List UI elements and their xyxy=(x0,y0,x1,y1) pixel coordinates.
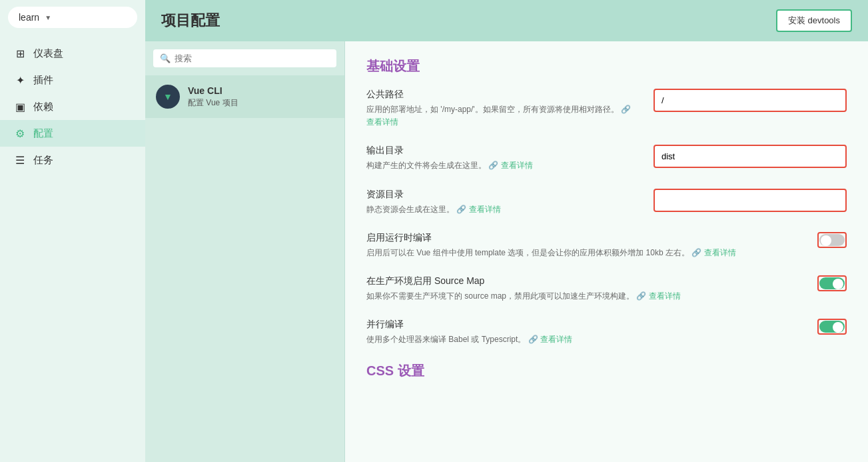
setting-desc: 使用多个处理器来编译 Babel 或 Typescript。 🔗 查看详情 xyxy=(366,333,804,346)
setting-row-runtime-compiler: 启用运行时编译 启用后可以在 Vue 组件中使用 template 选项，但是会… xyxy=(366,232,847,259)
page-header: 项目配置 安装 devtools xyxy=(145,0,868,41)
detail-link[interactable]: 查看详情 xyxy=(501,161,533,170)
external-link-icon: 🔗 xyxy=(528,335,540,344)
setting-row-public-path: 公共路径 应用的部署地址，如 '/my-app/'。如果留空，所有资源将使用相对… xyxy=(366,89,847,129)
install-devtools-button[interactable]: 安装 devtools xyxy=(776,9,852,32)
chevron-icon: ▼ xyxy=(45,14,51,21)
setting-control xyxy=(653,145,847,168)
search-input[interactable] xyxy=(175,53,330,63)
avatar: ▼ xyxy=(156,85,180,109)
external-link-icon: 🔗 xyxy=(691,248,703,257)
detail-link[interactable]: 查看详情 xyxy=(540,335,572,344)
setting-info: 启用运行时编译 启用后可以在 Vue 组件中使用 template 选项，但是会… xyxy=(366,232,804,259)
detail-link[interactable]: 查看详情 xyxy=(704,248,736,257)
project-selector[interactable]: learn ▼ xyxy=(8,7,137,28)
public-path-input[interactable] xyxy=(653,89,847,112)
avatar-icon: ▼ xyxy=(163,91,173,102)
sidebar-item-plugins[interactable]: ✦ 插件 xyxy=(0,67,145,93)
toggle-thumb xyxy=(821,235,831,246)
setting-info: 公共路径 应用的部署地址，如 '/my-app/'。如果留空，所有资源将使用相对… xyxy=(366,89,640,129)
setting-row-assets-dir: 资源目录 静态资源会生成在这里。 🔗 查看详情 xyxy=(366,189,847,216)
configuration-icon: ⚙ xyxy=(13,127,27,140)
setting-row-output-dir: 输出目录 构建产生的文件将会生成在这里。 🔗 查看详情 xyxy=(366,145,847,172)
detail-link[interactable]: 查看详情 xyxy=(469,205,501,214)
parallel-compile-toggle[interactable] xyxy=(817,319,847,335)
sidebar-item-label: 仪表盘 xyxy=(33,47,63,60)
toggle-track xyxy=(819,321,845,333)
setting-info: 输出目录 构建产生的文件将会生成在这里。 🔗 查看详情 xyxy=(366,145,640,172)
page-title: 项目配置 xyxy=(161,11,220,31)
setting-control xyxy=(653,189,847,212)
sidebar-item-label: 插件 xyxy=(33,74,53,87)
sidebar: learn ▼ ⊞ 仪表盘 ✦ 插件 ▣ 依赖 ⚙ 配置 ☰ 任务 xyxy=(0,0,145,462)
setting-row-parallel-compile: 并行编译 使用多个处理器来编译 Babel 或 Typescript。 🔗 查看… xyxy=(366,319,847,346)
sidebar-item-dependencies[interactable]: ▣ 依赖 xyxy=(0,93,145,120)
plugins-icon: ✦ xyxy=(13,73,27,87)
external-link-icon: 🔗 xyxy=(488,161,500,170)
external-link-icon: 🔗 xyxy=(621,105,631,114)
settings-panel: 基础设置 公共路径 应用的部署地址，如 '/my-app/'。如果留空，所有资源… xyxy=(345,41,868,462)
detail-link[interactable]: 查看详情 xyxy=(649,291,681,301)
setting-label: 公共路径 xyxy=(366,89,640,101)
plugin-desc: 配置 Vue 项目 xyxy=(188,97,238,109)
toggle-thumb xyxy=(833,279,843,289)
external-link-icon: 🔗 xyxy=(636,291,648,301)
plugin-panel: 🔍 ▼ Vue CLI 配置 Vue 项目 xyxy=(145,41,345,462)
setting-control[interactable] xyxy=(817,319,847,335)
sidebar-item-configuration[interactable]: ⚙ 配置 xyxy=(0,120,145,147)
source-map-toggle[interactable] xyxy=(817,275,847,291)
sidebar-item-label: 依赖 xyxy=(33,101,53,113)
external-link-icon: 🔗 xyxy=(456,205,468,214)
setting-info: 资源目录 静态资源会生成在这里。 🔗 查看详情 xyxy=(366,189,640,216)
setting-label: 并行编译 xyxy=(366,319,804,331)
setting-desc: 如果你不需要生产环境下的 source map，禁用此项可以加速生产环境构建。 … xyxy=(366,290,804,303)
search-box[interactable]: 🔍 xyxy=(153,49,336,67)
setting-desc: 构建产生的文件将会生成在这里。 🔗 查看详情 xyxy=(366,159,640,172)
sidebar-item-tasks[interactable]: ☰ 任务 xyxy=(0,147,145,173)
tasks-icon: ☰ xyxy=(13,153,27,167)
setting-control[interactable] xyxy=(817,232,847,248)
setting-label: 输出目录 xyxy=(366,145,640,157)
plugin-info: Vue CLI 配置 Vue 项目 xyxy=(188,85,238,109)
setting-info: 并行编译 使用多个处理器来编译 Babel 或 Typescript。 🔗 查看… xyxy=(366,319,804,346)
detail-link[interactable]: 查看详情 xyxy=(366,117,398,127)
dependencies-icon: ▣ xyxy=(13,100,27,113)
setting-label: 在生产环境启用 Source Map xyxy=(366,275,804,287)
sidebar-item-dashboard[interactable]: ⊞ 仪表盘 xyxy=(0,40,145,67)
setting-row-source-map: 在生产环境启用 Source Map 如果你不需要生产环境下的 source m… xyxy=(366,275,847,303)
setting-label: 启用运行时编译 xyxy=(366,232,804,244)
setting-label: 资源目录 xyxy=(366,189,640,201)
setting-desc: 静态资源会生成在这里。 🔗 查看详情 xyxy=(366,203,640,216)
content-area: 🔍 ▼ Vue CLI 配置 Vue 项目 基础设置 公共路径 xyxy=(145,41,868,462)
runtime-compiler-toggle[interactable] xyxy=(817,232,847,248)
css-settings-title: CSS 设置 xyxy=(366,362,847,380)
plugin-item[interactable]: ▼ Vue CLI 配置 Vue 项目 xyxy=(145,75,344,118)
setting-desc: 启用后可以在 Vue 组件中使用 template 选项，但是会让你的应用体积额… xyxy=(366,247,804,259)
dashboard-icon: ⊞ xyxy=(13,47,27,60)
basic-settings-title: 基础设置 xyxy=(366,57,847,75)
assets-dir-input[interactable] xyxy=(653,189,847,212)
sidebar-item-label: 配置 xyxy=(33,127,53,140)
setting-desc: 应用的部署地址，如 '/my-app/'。如果留空，所有资源将使用相对路径。 🔗… xyxy=(366,103,640,129)
main-area: 项目配置 安装 devtools 🔍 ▼ Vue CLI 配置 Vue 项目 基… xyxy=(145,0,868,462)
nav-menu: ⊞ 仪表盘 ✦ 插件 ▣ 依赖 ⚙ 配置 ☰ 任务 xyxy=(0,40,145,462)
setting-info: 在生产环境启用 Source Map 如果你不需要生产环境下的 source m… xyxy=(366,275,804,303)
sidebar-item-label: 任务 xyxy=(33,154,53,167)
search-icon: 🔍 xyxy=(160,53,171,63)
toggle-track xyxy=(819,234,845,246)
project-name: learn xyxy=(19,12,39,23)
setting-control[interactable] xyxy=(817,275,847,291)
toggle-track xyxy=(819,277,845,289)
output-dir-input[interactable] xyxy=(653,145,847,168)
plugin-name: Vue CLI xyxy=(188,85,238,96)
toggle-thumb xyxy=(833,322,843,333)
setting-control xyxy=(653,89,847,112)
